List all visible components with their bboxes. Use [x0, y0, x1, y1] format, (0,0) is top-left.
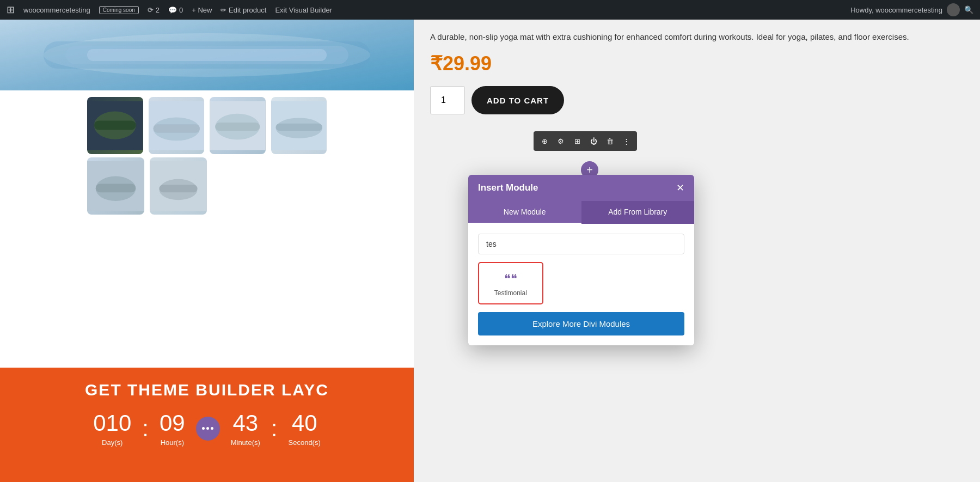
thumbnails-row2 [0, 157, 414, 227]
thumbnail-4[interactable] [271, 97, 327, 154]
svg-rect-19 [96, 184, 136, 193]
minutes-unit: 43 Minute(s) [231, 410, 260, 447]
svg-rect-10 [153, 124, 199, 132]
comment-count: 0 [179, 6, 183, 14]
module-search-input[interactable] [478, 234, 684, 254]
revision-item[interactable]: ⟳ 2 [148, 6, 160, 14]
search-icon[interactable]: 🔍 [964, 5, 973, 14]
orange-section-title: GET THEME BUILDER LAYC [0, 381, 414, 399]
minutes-value: 43 [231, 410, 260, 436]
explore-more-modules-button[interactable]: Explore More Divi Modules [478, 312, 684, 335]
thumbnail-6[interactable] [150, 157, 207, 215]
orange-section: GET THEME BUILDER LAYC 010 Day(s) : 09 H… [0, 368, 414, 482]
toolbar-settings-icon[interactable]: ⚙ [553, 133, 568, 149]
hours-label: Hour(s) [160, 438, 185, 447]
days-value: 010 [93, 410, 131, 436]
comment-icon: 💬 [168, 6, 177, 14]
modal-tabs: New Module Add From Library [468, 201, 694, 224]
toolbar-clone-icon[interactable]: ⊞ [569, 133, 585, 149]
product-area: + GET THEME BUILDER LAYC 010 Day(s) : 09… [0, 20, 414, 482]
insert-module-modal: Insert Module ✕ New Module Add From Libr… [468, 175, 694, 345]
seconds-label: Second(s) [289, 438, 321, 447]
thumbnail-1[interactable] [87, 97, 143, 154]
product-price: ₹29.99 [430, 52, 964, 75]
testimonial-label: Testimonial [485, 289, 537, 297]
testimonial-icon: ❝❝ [485, 272, 537, 286]
seconds-value: 40 [289, 410, 321, 436]
main-content: + GET THEME BUILDER LAYC 010 Day(s) : 09… [0, 20, 980, 482]
edit-product-button[interactable]: ✏ Edit product [220, 6, 266, 14]
minutes-label: Minute(s) [231, 438, 260, 447]
user-avatar[interactable] [947, 3, 960, 16]
toolbar-more-icon[interactable]: ⋮ [618, 133, 634, 149]
revision-icon: ⟳ [148, 6, 154, 14]
exit-visual-builder-button[interactable]: Exit Visual Builder [275, 6, 332, 14]
comment-item[interactable]: 💬 0 [168, 6, 183, 14]
seconds-unit: 40 Second(s) [289, 410, 321, 447]
colon-1: : [142, 416, 149, 442]
wp-logo-icon[interactable]: ⊞ [7, 4, 15, 16]
toolbar-disable-icon[interactable]: ⏻ [586, 133, 601, 149]
hours-value: 09 [160, 410, 185, 436]
svg-rect-22 [160, 185, 198, 192]
tab-add-from-library[interactable]: Add From Library [581, 201, 695, 224]
thumbnail-5[interactable] [87, 157, 144, 215]
site-name[interactable]: woocommercetesting [23, 6, 90, 14]
howdy-text: Howdy, woocommercetesting [850, 6, 942, 14]
days-unit: 010 Day(s) [93, 410, 131, 447]
svg-rect-4 [87, 49, 327, 61]
element-toolbar: ⊕ ⚙ ⊞ ⏻ 🗑 ⋮ [534, 131, 637, 151]
thumbnail-3[interactable] [210, 97, 266, 154]
countdown-dots-button[interactable] [196, 417, 220, 441]
thumbnail-2[interactable] [149, 97, 205, 154]
admin-bar-right: Howdy, woocommercetesting 🔍 [850, 3, 973, 16]
modal-body: ❝❝ Testimonial Explore More Divi Modules [468, 224, 694, 345]
tab-new-module-label: New Module [504, 208, 546, 216]
toolbar-delete-icon[interactable]: 🗑 [602, 133, 617, 149]
colon-2: : [271, 416, 278, 442]
coming-soon-badge: Coming soon [99, 6, 139, 14]
svg-rect-13 [215, 123, 260, 131]
svg-rect-7 [94, 121, 136, 130]
svg-rect-16 [275, 124, 322, 131]
hours-unit: 09 Hour(s) [160, 410, 185, 447]
new-button[interactable]: + New [192, 6, 212, 14]
add-to-cart-row: ADD TO CART [430, 86, 964, 114]
revision-count: 2 [156, 6, 160, 14]
product-info: A durable, non-slip yoga mat with extra … [414, 20, 980, 482]
modal-title: Insert Module [478, 182, 538, 193]
tab-add-from-library-label: Add From Library [608, 208, 667, 216]
add-to-cart-button[interactable]: ADD TO CART [471, 86, 564, 114]
modules-grid: ❝❝ Testimonial [478, 262, 684, 304]
quantity-input[interactable] [430, 86, 465, 114]
tab-new-module[interactable]: New Module [468, 201, 581, 224]
modal-header: Insert Module ✕ [468, 175, 694, 201]
toolbar-move-icon[interactable]: ⊕ [537, 133, 552, 149]
product-description: A durable, non-slip yoga mat with extra … [430, 30, 964, 44]
days-label: Day(s) [93, 438, 131, 447]
hero-image [0, 20, 414, 90]
admin-bar: ⊞ woocommercetesting Coming soon ⟳ 2 💬 0… [0, 0, 980, 20]
module-testimonial[interactable]: ❝❝ Testimonial [478, 262, 543, 304]
thumbnails-row1 [0, 90, 414, 157]
modal-close-button[interactable]: ✕ [676, 183, 684, 193]
countdown: 010 Day(s) : 09 Hour(s) 43 Minute(s) [0, 410, 414, 447]
